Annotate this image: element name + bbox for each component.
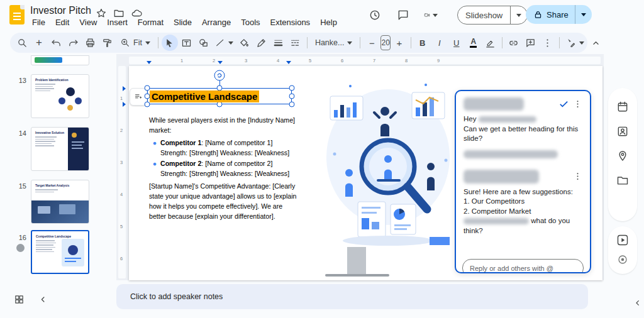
indent-marker[interactable]: [147, 61, 152, 64]
redo-button[interactable]: [65, 35, 81, 51]
search-menus-button[interactable]: [14, 35, 30, 51]
menu-format[interactable]: Format: [133, 17, 168, 28]
version-history-icon[interactable]: [369, 8, 382, 22]
horizontal-ruler[interactable]: [129, 57, 601, 64]
document-title[interactable]: Investor Pitch: [30, 5, 91, 16]
speaker-notes-placeholder: Click to add speaker notes: [130, 292, 223, 301]
slideshow-dropdown[interactable]: [510, 6, 527, 24]
paint-format-button[interactable]: [99, 35, 115, 51]
slide-thumbnail-14[interactable]: Innovative Solution: [31, 127, 89, 171]
menu-extensions[interactable]: Extensions: [266, 17, 315, 28]
contacts-icon[interactable]: [616, 125, 629, 138]
grid-view-icon[interactable]: [14, 294, 25, 305]
indent-marker[interactable]: [123, 102, 126, 107]
undo-button[interactable]: [48, 35, 64, 51]
select-tool-button[interactable]: [162, 35, 178, 51]
logo-fold: [20, 5, 25, 9]
share-dropdown[interactable]: [575, 5, 592, 24]
toolbar-divider: [502, 37, 502, 48]
print-button[interactable]: [82, 35, 98, 51]
insert-link-button[interactable]: [506, 35, 522, 51]
comment-thread-panel[interactable]: Hey Can we get a better heading for this…: [455, 90, 591, 273]
slide-title-text[interactable]: Competitive Landscape: [150, 90, 259, 102]
comment-history-icon[interactable]: [397, 8, 411, 22]
record-icon[interactable]: [617, 254, 628, 265]
resolve-check-icon[interactable]: [558, 99, 569, 109]
menu-edit[interactable]: Edit: [51, 17, 74, 28]
ruler-mark: 4: [277, 58, 279, 63]
fill-color-button[interactable]: [236, 35, 253, 51]
bullet-bold: Competitor 2: [160, 160, 201, 167]
slideshow-label: Slideshow: [458, 6, 510, 24]
comment-options-icon[interactable]: [573, 172, 582, 181]
font-size-increase-button[interactable]: +: [391, 35, 408, 51]
bullet-dot: ●: [149, 138, 160, 158]
border-dash-button[interactable]: [287, 35, 304, 51]
indent-marker[interactable]: [123, 86, 126, 91]
collapse-side-panel-icon[interactable]: [633, 298, 643, 308]
editing-mode-dropdown[interactable]: [563, 35, 587, 51]
comment-options-icon[interactable]: [573, 99, 582, 109]
ruler-mark: 7: [373, 58, 375, 63]
menu-file[interactable]: File: [28, 17, 50, 28]
font-size-decrease-button[interactable]: −: [364, 35, 380, 51]
zoom-fit-dropdown[interactable]: Fit: [116, 35, 155, 51]
menu-insert[interactable]: Insert: [103, 17, 132, 28]
monitor-stand: [347, 247, 366, 275]
bold-button[interactable]: B: [414, 35, 431, 51]
speaker-notes-area[interactable]: Click to add speaker notes: [116, 284, 588, 309]
font-family-dropdown[interactable]: Hanke...: [311, 35, 357, 51]
folder-icon[interactable]: [616, 174, 629, 187]
slide-thumbnail-15[interactable]: Target Market Analysis: [31, 180, 89, 224]
text-color-button[interactable]: A: [465, 35, 482, 51]
chevron-down-icon: [516, 14, 521, 17]
font-family-value: Hanke...: [315, 38, 345, 47]
slide-illustration[interactable]: [325, 79, 454, 247]
chevron-down-icon: [579, 41, 584, 45]
calendar-icon[interactable]: [616, 101, 629, 113]
underline-button[interactable]: U: [448, 35, 465, 51]
comment-line: 2. Competitor Market: [464, 207, 531, 215]
menu-view[interactable]: View: [75, 17, 101, 28]
thumbnail-illustration: [62, 239, 84, 266]
chevron-down-icon: [433, 14, 438, 17]
insert-line-button[interactable]: [213, 35, 236, 51]
menu-help[interactable]: Help: [316, 17, 341, 28]
play-icon[interactable]: [616, 234, 629, 246]
slide-thumbnail-partial[interactable]: [31, 55, 89, 65]
slide-thumbnail-16-selected[interactable]: Competitive Landscape: [31, 230, 89, 274]
slides-logo-icon[interactable]: [9, 5, 25, 25]
indent-marker[interactable]: [218, 61, 223, 64]
hide-menus-button[interactable]: [588, 35, 604, 51]
rotate-handle-icon[interactable]: [214, 70, 225, 81]
slide-thumbnail-13[interactable]: Problem Identification: [31, 74, 89, 118]
indent-marker[interactable]: [286, 61, 291, 64]
highlight-color-button[interactable]: [482, 35, 499, 51]
new-slide-button[interactable]: +: [31, 35, 47, 51]
text-box-button[interactable]: [179, 35, 195, 51]
reply-placeholder: Reply or add others with @: [470, 265, 553, 272]
insert-shape-button[interactable]: [196, 35, 212, 51]
border-color-button[interactable]: [253, 35, 270, 51]
resize-handle[interactable]: [289, 102, 295, 107]
menu-arrange[interactable]: Arrange: [197, 17, 235, 28]
text-color-glyph: A: [470, 38, 476, 45]
reply-input[interactable]: Reply or add others with @: [462, 259, 584, 273]
collapse-filmstrip-icon[interactable]: [38, 294, 48, 305]
resize-handle[interactable]: [289, 85, 295, 91]
slide-body-textbox[interactable]: While several players exist in the [Indu…: [149, 115, 300, 221]
menu-tools[interactable]: Tools: [236, 17, 264, 28]
add-comment-button[interactable]: [523, 35, 539, 51]
maps-icon[interactable]: [616, 150, 629, 162]
bullet-rest: : [Name of competitor 2]: [201, 160, 272, 167]
font-size-input[interactable]: 20: [380, 35, 390, 50]
menu-slide[interactable]: Slide: [169, 17, 196, 28]
border-weight-button[interactable]: [270, 35, 287, 51]
resize-handle[interactable]: [289, 94, 295, 99]
share-button[interactable]: Share: [526, 5, 592, 24]
more-options-button[interactable]: [540, 35, 556, 51]
italic-button[interactable]: I: [431, 35, 448, 51]
comment-question: Can we get a better heading for this sli…: [464, 125, 578, 143]
slideshow-button[interactable]: Slideshow: [457, 6, 528, 25]
meet-camera-icon[interactable]: [424, 8, 438, 22]
